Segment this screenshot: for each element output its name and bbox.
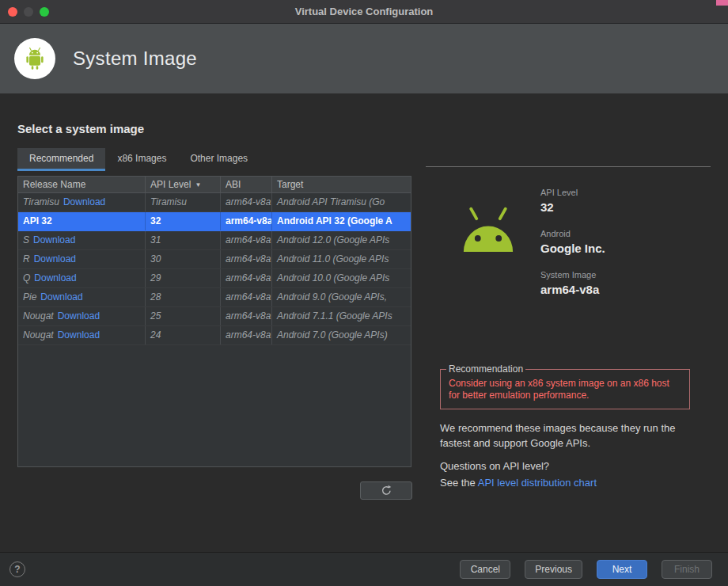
wizard-buttons: Cancel Previous Next Finish xyxy=(460,560,712,579)
zoom-window-button[interactable] xyxy=(40,7,49,17)
see-the-prefix: See the xyxy=(440,477,478,489)
section-heading: Select a system image xyxy=(17,122,144,135)
target-cell: Android 9.0 (Google APIs, xyxy=(272,288,411,306)
detail-fields: API Level 32 Android Google Inc. System … xyxy=(540,188,605,311)
release-name: Q xyxy=(23,272,30,283)
api-level-cell: Tiramisu xyxy=(146,193,221,211)
target-cell: Android API 32 (Google A xyxy=(272,212,411,230)
target-cell: Android 7.1.1 (Google APIs xyxy=(272,307,411,325)
window-title: Virtual Device Configuration xyxy=(295,6,434,17)
column-header-release-name[interactable]: Release Name xyxy=(18,177,146,192)
finish-button: Finish xyxy=(662,560,712,579)
target-cell: Android 10.0 (Google APIs xyxy=(272,269,411,287)
release-name: Tiramisu xyxy=(23,196,59,207)
download-link[interactable]: Download xyxy=(58,329,100,341)
abi-cell: arm64-v8a xyxy=(221,288,272,306)
api-level-cell: 25 xyxy=(146,307,221,325)
background-window-sliver xyxy=(716,0,728,6)
column-header-abi[interactable]: ABI xyxy=(221,177,272,192)
api-level-cell: 28 xyxy=(146,288,221,306)
api-level-label: API Level xyxy=(540,188,605,197)
target-cell: Android 7.0 (Google APIs) xyxy=(272,326,411,344)
release-name: API 32 xyxy=(23,215,52,226)
cancel-button[interactable]: Cancel xyxy=(460,560,510,579)
api-level-cell: 29 xyxy=(146,269,221,287)
tab-bar: Recommended x86 Images Other Images xyxy=(17,148,260,171)
close-window-button[interactable] xyxy=(8,7,17,17)
download-link[interactable]: Download xyxy=(58,310,100,322)
release-name: Pie xyxy=(23,291,36,303)
api-level-distribution-link[interactable]: API level distribution chart xyxy=(478,477,597,489)
tab-x86-images[interactable]: x86 Images xyxy=(105,148,178,171)
recommended-description: We recommend these images because they r… xyxy=(440,420,704,451)
abi-cell: arm64-v8a xyxy=(221,212,272,230)
abi-cell: arm64-v8a xyxy=(221,250,272,268)
next-button[interactable]: Next xyxy=(597,560,647,579)
abi-cell: arm64-v8a xyxy=(221,326,272,344)
table-header: Release Name API Level▼ ABI Target xyxy=(18,177,411,193)
api-level-cell: 32 xyxy=(146,212,221,230)
table-empty-area xyxy=(18,345,411,466)
row-api-32[interactable]: API 32 32 arm64-v8a Android API 32 (Goog… xyxy=(18,212,411,231)
minimize-window-button[interactable] xyxy=(24,7,33,17)
column-header-target[interactable]: Target xyxy=(272,177,411,192)
android-logo xyxy=(14,38,55,79)
abi-cell: arm64-v8a xyxy=(221,307,272,325)
release-name: Nougat xyxy=(23,329,54,341)
row-nougat-24[interactable]: NougatDownload 24 arm64-v8a Android 7.0 … xyxy=(18,326,411,345)
help-button[interactable]: ? xyxy=(9,561,25,577)
target-cell: Android API Tiramisu (Go xyxy=(272,193,411,211)
wizard-header: System Image xyxy=(0,24,728,93)
download-link[interactable]: Download xyxy=(63,196,105,207)
row-q[interactable]: QDownload 29 arm64-v8a Android 10.0 (Goo… xyxy=(18,269,411,288)
tab-other-images[interactable]: Other Images xyxy=(178,148,260,171)
api-level-cell: 30 xyxy=(146,250,221,268)
detail-panel: API Level 32 Android Google Inc. System … xyxy=(426,166,711,546)
system-image-label: System Image xyxy=(540,270,605,280)
refresh-button[interactable] xyxy=(360,481,412,500)
row-r[interactable]: RDownload 30 arm64-v8a Android 11.0 (Goo… xyxy=(18,250,411,269)
field-system-image: System Image arm64-v8a xyxy=(540,270,605,296)
target-cell: Android 11.0 (Google APIs xyxy=(272,250,411,268)
main-content: Select a system image Recommended x86 Im… xyxy=(0,93,728,552)
release-name: R xyxy=(23,253,30,264)
virtual-device-configuration-window: Virtual Device Configuration System I xyxy=(0,0,728,586)
download-link[interactable]: Download xyxy=(33,234,75,245)
api-question: Questions on API level? xyxy=(440,460,549,472)
row-tiramisu[interactable]: TiramisuDownload Tiramisu arm64-v8a Andr… xyxy=(18,193,411,212)
row-s[interactable]: SDownload 31 arm64-v8a Android 12.0 (Goo… xyxy=(18,231,411,250)
api-level-value: 32 xyxy=(540,200,605,214)
api-level-cell: 24 xyxy=(146,326,221,344)
see-the-line: See the API level distribution chart xyxy=(440,477,597,489)
vendor-value: Google Inc. xyxy=(540,242,605,255)
api-level-cell: 31 xyxy=(146,231,221,249)
android-bugdroid-icon xyxy=(21,45,48,72)
row-pie[interactable]: PieDownload 28 arm64-v8a Android 9.0 (Go… xyxy=(18,288,411,307)
column-header-api-level[interactable]: API Level▼ xyxy=(146,177,221,192)
footer-bar: ? Cancel Previous Next Finish xyxy=(0,552,728,586)
recommendation-text: Consider using an x86 system image on an… xyxy=(449,378,681,401)
system-image-table: Release Name API Level▼ ABI Target Tiram… xyxy=(17,176,411,467)
download-link[interactable]: Download xyxy=(34,272,76,283)
field-vendor: Android Google Inc. xyxy=(540,229,605,255)
target-cell: Android 12.0 (Google APIs xyxy=(272,231,411,249)
system-image-value: arm64-v8a xyxy=(540,283,605,296)
refresh-icon xyxy=(381,485,392,497)
tab-recommended[interactable]: Recommended xyxy=(17,148,105,171)
field-api-level: API Level 32 xyxy=(540,188,605,214)
recommendation-title: Recommendation xyxy=(446,363,525,375)
titlebar: Virtual Device Configuration xyxy=(0,0,728,24)
sort-desc-icon: ▼ xyxy=(195,181,201,188)
traffic-lights xyxy=(8,0,49,24)
vendor-label: Android xyxy=(540,229,605,238)
android-robot-icon xyxy=(457,194,519,264)
release-name: Nougat xyxy=(23,310,54,322)
column-header-api-level-label: API Level xyxy=(150,179,191,190)
row-nougat-25[interactable]: NougatDownload 25 arm64-v8a Android 7.1.… xyxy=(18,307,411,326)
previous-button[interactable]: Previous xyxy=(525,560,582,579)
release-name: S xyxy=(23,234,29,245)
download-link[interactable]: Download xyxy=(34,253,76,264)
page-title: System Image xyxy=(73,48,197,70)
abi-cell: arm64-v8a xyxy=(221,193,272,211)
download-link[interactable]: Download xyxy=(40,291,82,303)
